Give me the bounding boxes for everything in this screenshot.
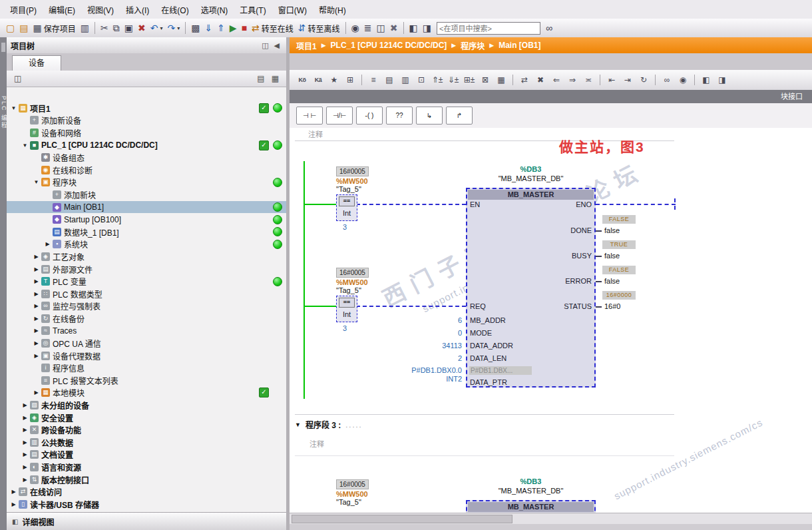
toggle-comments-icon[interactable]: ⊡ (414, 73, 429, 87)
download-to-device-icon[interactable]: ⇓ (202, 22, 214, 34)
compare3-tag[interactable]: "Tag_5" (336, 498, 380, 506)
network3-header[interactable]: ▼ 程序段 3 : ..... (295, 419, 363, 430)
tree-item-devices-networks[interactable]: #设备和网络 (7, 127, 286, 139)
tree-item-program-info[interactable]: i程序信息 (7, 362, 286, 374)
tree-item-watch-force-tables[interactable]: ▶∞监控与强制表 (7, 300, 286, 313)
go-online-button[interactable]: ⇄转至在线 (250, 22, 296, 35)
expand-all-networks-icon[interactable]: ≡ (366, 73, 381, 87)
expand-arrow-icon[interactable]: ▶ (32, 353, 41, 359)
pin-data-ptr[interactable]: DATA_PTR (470, 378, 507, 386)
tree-item-cross-device-functions[interactable]: ▶✕跨设备功能 (7, 423, 286, 436)
compare2-tag[interactable]: "Tag_5" (336, 286, 380, 294)
menu-item-online[interactable]: 在线(O) (155, 2, 194, 17)
tree-item-external-sources[interactable]: ▶▤外部源文件 (7, 263, 286, 276)
expand-arrow-icon[interactable]: ▶ (9, 501, 18, 507)
instance-db-name-2[interactable]: "MB_MASTER_DB" (466, 487, 596, 495)
go-online-editor-icon[interactable]: ⇄ (517, 73, 532, 87)
compare1-datatype[interactable]: Int (337, 209, 357, 217)
show-favorites-icon[interactable]: ★ (327, 73, 341, 87)
pin-error[interactable]: ERROR (565, 277, 592, 285)
pin-done[interactable]: DONE (570, 226, 592, 234)
tree-item-plc-tags[interactable]: ▶TPLC 变量 (7, 275, 286, 288)
tree-item-opc-ua[interactable]: ▶◎OPC UA 通信 (7, 337, 286, 350)
tree-item-plc-data-types[interactable]: ▶∷PLC 数据类型 (7, 288, 286, 300)
expand-arrow-icon[interactable]: ▶ (21, 477, 29, 483)
expand-arrow-icon[interactable]: ▶ (21, 427, 29, 433)
compare1-tag[interactable]: "Tag_5" (336, 185, 380, 193)
busy-value[interactable]: false (604, 252, 620, 260)
menu-item-help[interactable]: 帮助(H) (313, 2, 352, 17)
compare-block-2[interactable]: 16#0005 %MW500 "Tag_5" == Int 3 (336, 266, 380, 332)
block-interface-bar[interactable]: 块接口 (290, 90, 812, 103)
tree-item-version-control[interactable]: ▶⇅版本控制接口 (7, 473, 286, 486)
breadcrumb-item-2[interactable]: 程序块 (461, 40, 485, 51)
find-icon[interactable]: ∞ (544, 22, 554, 34)
compare2-address[interactable]: %MW500 (336, 278, 380, 286)
compare3-address[interactable]: %MW500 (336, 490, 380, 498)
symbolic-representation-icon[interactable]: Kö (295, 73, 309, 87)
coil-button[interactable]: -( ) (356, 107, 383, 125)
tree-item-traces[interactable]: ▶≈Traces (7, 325, 286, 338)
update-block-calls-icon[interactable]: ⊠ (478, 73, 493, 87)
tree-item-technology-objects[interactable]: ▶◈工艺对象 (7, 250, 286, 263)
expand-arrow-icon[interactable]: ▶ (32, 316, 41, 322)
compare-block-1[interactable]: 16#0005 %MW500 "Tag_5" == Int 3 (336, 164, 380, 231)
pin-eno[interactable]: ENO (576, 200, 592, 208)
pin-mb-addr[interactable]: MB_ADDR (470, 316, 506, 324)
new-project-icon[interactable]: ▢ (4, 22, 17, 34)
next-error-icon[interactable]: ⇒ (565, 73, 580, 87)
compare2-datatype[interactable]: Int (337, 310, 357, 318)
pin-busy[interactable]: BUSY (572, 252, 592, 260)
previous-error-icon[interactable]: ⇐ (549, 73, 564, 87)
upload-from-device-icon[interactable]: ⇑ (215, 22, 227, 34)
tree-item-add-new-block[interactable]: +添加新块 (7, 188, 286, 201)
menu-item-tools[interactable]: 工具(T) (234, 2, 272, 17)
data-addr-value[interactable]: 34113 (413, 342, 462, 350)
instance-db-label[interactable]: %DB3 (466, 165, 596, 173)
cut-icon[interactable]: ✂ (99, 22, 110, 34)
tree-item-device-proxy-data[interactable]: ▶▣设备代理数据 (7, 350, 286, 362)
breadcrumb-item-3[interactable]: Main [OB1] (499, 41, 540, 50)
tree-item-device-config[interactable]: ✱设备组态 (7, 151, 286, 164)
done-value[interactable]: false (604, 226, 620, 234)
remove-split-icon[interactable]: ✖ (388, 22, 400, 34)
horizontal-split-icon[interactable]: ◧ (407, 22, 420, 34)
empty-box-button[interactable]: ?? (386, 107, 413, 125)
instance-db-name[interactable]: "MB_MASTER_DB" (466, 174, 596, 182)
undo-icon[interactable]: ↶▾ (148, 22, 165, 34)
monitoring-toggle-icon[interactable]: ∞ (660, 73, 674, 87)
expand-arrow-icon[interactable]: ▶ (32, 291, 41, 297)
go-offline-button[interactable]: ⇵转至离线 (296, 22, 342, 35)
expand-arrow-icon[interactable]: ▶ (32, 390, 41, 396)
menu-item-options[interactable]: 选项(N) (195, 2, 234, 17)
instance-db-label-2[interactable]: %DB3 (466, 477, 596, 485)
close-branch-button[interactable]: ↱ (446, 107, 473, 125)
stop-cpu-icon[interactable]: ■ (240, 22, 249, 34)
print-icon[interactable]: ▥ (79, 22, 91, 34)
search-input[interactable] (437, 22, 540, 35)
delete-icon[interactable]: ✖ (136, 22, 148, 34)
tree-item-startup-ob100[interactable]: ◆Startup [OB100] (7, 213, 286, 226)
window-split-icon[interactable]: ◫ (375, 22, 387, 34)
tab-devices[interactable]: 设备 (12, 55, 61, 71)
menu-item-edit[interactable]: 编辑(E) (43, 2, 81, 17)
expand-arrow-icon[interactable]: ▶ (32, 328, 41, 334)
tree-item-main-ob1[interactable]: ◆Main [OB1] (7, 201, 286, 214)
mode-value[interactable]: 0 (413, 329, 462, 337)
tree-item-common-data[interactable]: ▶▥公共数据 (7, 436, 286, 449)
cross-reference-icon[interactable]: ≣ (362, 22, 374, 34)
data-ptr-value[interactable]: P#DB1.DBX0.0 (391, 366, 462, 374)
menu-item-window[interactable]: 窗口(W) (272, 2, 313, 17)
tree-item-documentation-settings[interactable]: ▶▤文档设置 (7, 449, 286, 461)
nc-contact-button[interactable]: ⊣/⊢ (326, 107, 353, 125)
expand-arrow-icon[interactable]: ▶ (21, 464, 29, 470)
compare1-operand[interactable]: 3 (343, 223, 380, 231)
compare1-address[interactable]: %MW500 (336, 177, 380, 185)
expand-arrow-icon[interactable]: ▶ (43, 241, 52, 247)
expand-arrow-icon[interactable]: ▼ (9, 105, 18, 111)
insert-row-icon[interactable]: ⇑± (430, 73, 445, 87)
start-cpu-icon[interactable]: ▶ (228, 22, 239, 34)
mb-addr-value[interactable]: 6 (413, 316, 462, 324)
data-ptr-type[interactable]: INT2 (391, 375, 462, 383)
copy-icon[interactable]: ⧉ (111, 22, 122, 34)
